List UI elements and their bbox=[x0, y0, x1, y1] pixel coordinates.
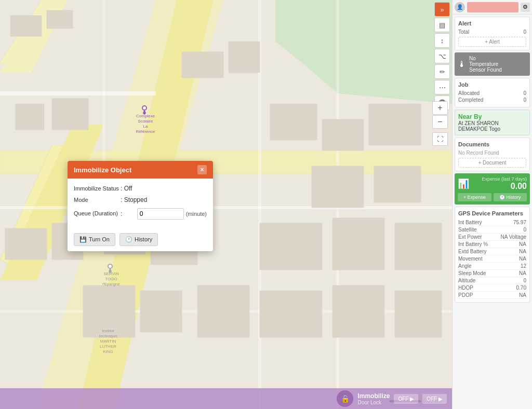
gps-param-label: Extd Battery bbox=[458, 249, 486, 254]
zoom-controls: + − bbox=[432, 101, 448, 129]
zoom-out-btn[interactable]: − bbox=[432, 115, 448, 129]
mode-value: : Stopped bbox=[121, 196, 207, 203]
gps-param-label: Sleep Mode bbox=[458, 270, 486, 276]
gps-param-label: Int Battery bbox=[458, 220, 482, 225]
svg-rect-37 bbox=[332, 285, 384, 337]
gps-param-label: HDOP bbox=[458, 285, 473, 291]
map-ctrl-btn-4[interactable]: ⌥ bbox=[434, 49, 450, 63]
dialog-close-btn[interactable]: × bbox=[197, 165, 207, 174]
gps-param-value: NA bbox=[519, 241, 526, 247]
gps-row: PDOPNA bbox=[458, 292, 526, 299]
svg-text:Institut: Institut bbox=[102, 329, 114, 333]
history-label: History bbox=[135, 236, 152, 242]
expense-history-button[interactable]: 🕐 History bbox=[494, 193, 527, 201]
settings-icon[interactable]: ⚙ bbox=[521, 3, 530, 12]
gps-row: MovementNA bbox=[458, 255, 526, 263]
add-alert-button[interactable]: + Alert bbox=[458, 37, 526, 47]
gps-param-label: Satellite bbox=[458, 227, 477, 233]
queue-unit: (minute) bbox=[186, 211, 207, 217]
allocated-value: 0 bbox=[523, 90, 526, 96]
documents-title: Documents bbox=[458, 141, 526, 147]
turn-on-icon: 💾 bbox=[79, 236, 87, 243]
add-expense-button[interactable]: + Expense bbox=[458, 193, 491, 201]
gps-title: GPS Device Parameters bbox=[458, 210, 526, 216]
gps-params-list: Int Battery75.97Satellite0Ext PowerNA Vo… bbox=[458, 219, 526, 299]
map-ctrl-btn-5[interactable]: ✏ bbox=[434, 64, 450, 79]
expense-amount: 0.00 bbox=[482, 182, 527, 191]
svg-rect-26 bbox=[312, 166, 364, 208]
dialog-body: Immobilize Status : Off Mode : Stopped Q… bbox=[68, 179, 213, 230]
svg-rect-15 bbox=[10, 16, 42, 36]
map-ctrl-btn-3[interactable]: ↕ bbox=[434, 33, 450, 48]
gps-param-label: Altitude bbox=[458, 278, 475, 283]
bottom-labels: Immobilize Door Lock bbox=[357, 392, 390, 405]
queue-row: Queue (Duration) : (minute) bbox=[74, 208, 207, 220]
queue-colon: : bbox=[121, 210, 135, 217]
bottom-btn-2[interactable]: OFF ▶ bbox=[422, 394, 447, 404]
bottom-label-main: Immobilize bbox=[357, 392, 390, 400]
svg-point-49 bbox=[109, 265, 112, 268]
queue-label: Queue (Duration) bbox=[74, 210, 121, 217]
bottom-label-sub: Door Lock bbox=[357, 400, 390, 405]
temperature-sensor-panel: 🌡 No Temperature Sensor Found bbox=[455, 52, 530, 76]
bottom-bar: 🔒 Immobilize Door Lock OFF ▶ OFF ▶ bbox=[0, 388, 452, 409]
svg-rect-27 bbox=[374, 166, 421, 202]
svg-text:KING: KING bbox=[103, 349, 113, 354]
svg-rect-30 bbox=[395, 223, 442, 270]
svg-text:technique: technique bbox=[99, 334, 117, 338]
alert-total-label: Total bbox=[458, 29, 469, 35]
svg-rect-24 bbox=[322, 119, 364, 151]
temp-sensor-text: No Temperature Sensor Found bbox=[469, 56, 502, 73]
add-document-button[interactable]: + Document bbox=[458, 158, 526, 168]
dialog-header: Immobilize Object × bbox=[68, 161, 213, 179]
allocated-row: Allocated 0 bbox=[458, 90, 526, 96]
svg-rect-19 bbox=[5, 228, 47, 260]
completed-label: Completed bbox=[458, 97, 483, 103]
svg-rect-18 bbox=[52, 99, 88, 130]
turn-on-button[interactable]: 💾 Turn On bbox=[74, 233, 115, 246]
map-ctrl-btn-2[interactable]: ▤ bbox=[434, 18, 450, 32]
svg-rect-28 bbox=[260, 223, 322, 270]
gps-param-value: NA Voltage bbox=[501, 234, 526, 240]
lock-icon: 🔒 bbox=[337, 390, 353, 407]
gps-param-value: 75.97 bbox=[513, 220, 526, 225]
gps-row: Int Battery75.97 bbox=[458, 219, 526, 226]
svg-rect-34 bbox=[140, 291, 182, 332]
dialog-footer: 💾 Turn On 🕐 History bbox=[68, 230, 213, 251]
alert-section: Alert Total 0 + Alert bbox=[455, 17, 530, 50]
no-record-text: No Record Found bbox=[458, 150, 526, 156]
sidebar-topbar: 👤 ⚙ bbox=[453, 0, 532, 15]
gps-row: Angle12 bbox=[458, 263, 526, 270]
nearby-section: Near By At ZEN SHARON DEMAKPOE Togo bbox=[455, 110, 530, 135]
map-ctrl-btn-1[interactable]: » bbox=[434, 2, 450, 17]
gps-row: Satellite0 bbox=[458, 226, 526, 234]
history-icon: 🕐 bbox=[125, 236, 132, 243]
immobilize-status-row: Immobilize Status : Off bbox=[74, 185, 207, 192]
documents-section: Documents No Record Found + Document bbox=[455, 138, 530, 171]
gps-param-value: 0 bbox=[523, 278, 526, 283]
bottom-btn-1[interactable]: OFF ▶ bbox=[394, 394, 418, 404]
nearby-title: Near By bbox=[458, 113, 526, 120]
queue-input[interactable] bbox=[137, 208, 184, 220]
mode-row: Mode : Stopped bbox=[74, 196, 207, 203]
chart-icon: 📊 bbox=[458, 178, 469, 189]
nearby-text: At ZEN SHARON DEMAKPOE Togo bbox=[458, 120, 526, 132]
alert-title: Alert bbox=[458, 20, 526, 26]
history-button[interactable]: 🕐 History bbox=[119, 233, 158, 246]
expense-buttons: + Expense 🕐 History bbox=[458, 193, 527, 201]
dialog-title: Immobilize Object bbox=[74, 166, 131, 174]
map-ctrl-btn-6[interactable]: ⋯ bbox=[434, 80, 450, 94]
gps-param-label: Angle bbox=[458, 263, 472, 269]
svg-rect-21 bbox=[182, 52, 223, 78]
svg-text:La: La bbox=[143, 124, 148, 129]
svg-text:LUTHER: LUTHER bbox=[100, 344, 116, 349]
svg-text:Complexe: Complexe bbox=[136, 114, 155, 118]
svg-rect-17 bbox=[16, 104, 44, 130]
zoom-in-btn[interactable]: + bbox=[432, 101, 448, 115]
fullscreen-btn[interactable]: ⛶ bbox=[432, 132, 448, 146]
svg-rect-23 bbox=[270, 104, 317, 140]
gps-param-label: Movement bbox=[458, 256, 483, 262]
gps-row: Extd BatteryNA bbox=[458, 248, 526, 255]
job-section: Job Allocated 0 Completed 0 bbox=[455, 78, 530, 107]
gps-row: Altitude0 bbox=[458, 277, 526, 284]
